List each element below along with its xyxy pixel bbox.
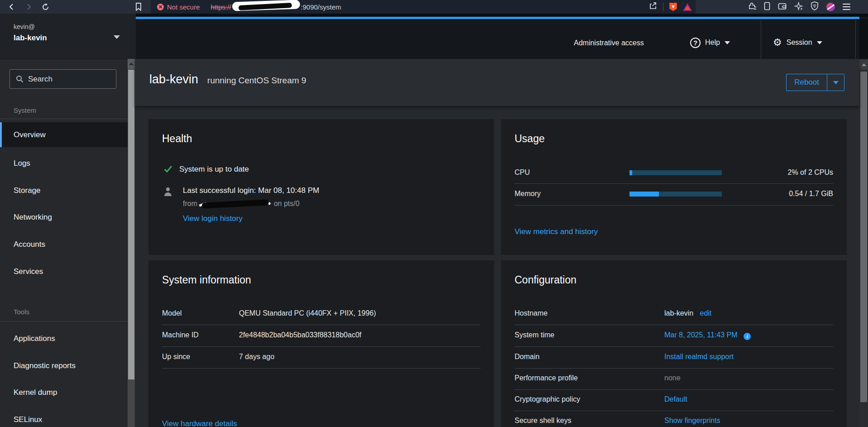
url-suffix: :9090/system	[301, 3, 341, 11]
sidebar-item-selinux[interactable]: SELinux	[0, 415, 128, 424]
reboot-button[interactable]: Reboot	[786, 74, 827, 91]
memory-usage-value: 0.54 / 1.7 GiB	[789, 190, 833, 198]
not-secure-badge[interactable]: ✕ Not secure	[157, 3, 200, 11]
up-to-date-text: System is up to date	[179, 165, 249, 174]
memory-usage-bar-fill	[630, 192, 659, 197]
gear-icon: ⚙	[773, 38, 782, 48]
cpu-label: CPU	[515, 168, 530, 177]
help-label: Help	[705, 38, 720, 47]
show-fingerprints-link[interactable]: Show fingerprints	[664, 417, 720, 424]
screen: ✕ Not secure https:// :9090/system	[0, 0, 868, 427]
host-switcher-user: kevin@	[14, 23, 35, 30]
health-card: Health System is up to date Last success…	[148, 119, 494, 255]
sidebar-section-tools: Tools	[14, 308, 29, 316]
model-value: QEMU Standard PC (i440FX + PIIX, 1996)	[239, 309, 376, 317]
host-switcher-caret-icon	[114, 35, 120, 39]
browser-forward-button[interactable]	[22, 0, 35, 14]
domain-label: Domain	[515, 353, 539, 361]
session-caret-icon	[817, 41, 822, 44]
address-bar[interactable]: ✕ Not secure https:// :9090/system	[151, 0, 696, 14]
extensions-icon[interactable]	[748, 2, 756, 12]
cpu-usage-bar-fill	[630, 170, 632, 175]
login-from-line: from on pts/0	[179, 200, 319, 208]
brave-shield-icon[interactable]	[669, 3, 677, 11]
sidebar-item-accounts[interactable]: Accounts	[0, 240, 128, 249]
model-label: Model	[162, 309, 182, 317]
browser-chrome: ✕ Not secure https:// :9090/system	[0, 0, 868, 14]
system-info-card-title: System information	[162, 274, 251, 286]
memory-label: Memory	[515, 190, 541, 198]
up-since-label: Up since	[162, 353, 190, 361]
sidebar-item-applications[interactable]: Applications	[0, 334, 128, 343]
share-icon[interactable]	[649, 2, 657, 12]
profile-avatar[interactable]	[826, 3, 835, 11]
addressbar-divider	[663, 3, 663, 11]
page-title-status: running CentOS Stream 9	[207, 76, 306, 86]
browser-back-button[interactable]	[5, 0, 18, 14]
sidebar-scrollbar-up-arrow[interactable]	[128, 59, 135, 69]
session-label: Session	[787, 38, 812, 47]
url-redaction-scribble	[232, 3, 300, 11]
reboot-dropdown-button[interactable]	[827, 74, 844, 91]
system-information-card: System information Model QEMU Standard P…	[148, 260, 494, 427]
cpu-usage-bar	[630, 170, 722, 175]
view-metrics-link[interactable]: View metrics and history	[515, 227, 598, 236]
usage-card-title: Usage	[515, 133, 544, 145]
system-time-info-icon[interactable]: i	[744, 333, 751, 340]
sidebar-item-logs[interactable]: Logs	[0, 159, 128, 168]
configuration-card-title: Configuration	[515, 274, 577, 286]
hostname-edit-link[interactable]: edit	[700, 309, 711, 317]
page-title-hostname: lab-kevin	[149, 72, 198, 86]
sidebar-scrollbar[interactable]	[128, 59, 135, 427]
host-switcher-host: lab-kevin	[14, 34, 47, 43]
sidebar-item-services[interactable]: Services	[0, 267, 128, 276]
reboot-split-button[interactable]: Reboot	[786, 74, 844, 91]
browser-refresh-button[interactable]	[39, 0, 52, 14]
url-text: https:// :9090/system	[211, 3, 341, 11]
crypto-policy-link[interactable]: Default	[664, 395, 687, 403]
search-icon	[16, 75, 24, 83]
system-time-link[interactable]: Mar 8, 2025, 11:43 PM	[664, 331, 738, 339]
help-menu-button[interactable]: ? Help	[690, 37, 730, 48]
memory-usage-bar	[630, 192, 722, 197]
user-icon	[163, 187, 172, 197]
configuration-card: Configuration Hostname lab-kevin edit Sy…	[501, 260, 847, 427]
browser-menu-icon[interactable]	[843, 4, 850, 10]
search-input[interactable]	[28, 75, 105, 84]
usage-card: Usage CPU 2% of 2 CPUs Memory 0.54 / 1.7…	[501, 119, 847, 255]
not-secure-label: Not secure	[167, 3, 200, 11]
page-scrollbar-up-arrow[interactable]	[859, 60, 868, 70]
page-header: lab-kevin running CentOS Stream 9 Reboot	[135, 59, 859, 106]
up-since-value: 7 days ago	[239, 353, 274, 361]
success-check-icon	[163, 164, 173, 174]
sidebar-item-diagnostic-reports[interactable]: Diagnostic reports	[0, 361, 128, 370]
page-scrollbar[interactable]	[859, 59, 868, 427]
vpn-shield-icon[interactable]	[811, 1, 819, 12]
hostname-value: lab-kevin edit	[664, 309, 711, 317]
page-scrollbar-thumb[interactable]	[860, 72, 867, 402]
administrative-access-button[interactable]: Administrative access	[574, 39, 644, 47]
machine-id-value: 2fe4848b2ba04b5ba033f88318b0ac0f	[239, 331, 362, 339]
leo-ai-sparkle-icon[interactable]	[794, 2, 803, 12]
session-menu-button[interactable]: ⚙ Session	[773, 37, 822, 48]
health-card-title: Health	[162, 133, 192, 145]
sidebar-panel-icon[interactable]	[764, 2, 770, 12]
sidebar-search[interactable]	[10, 69, 116, 89]
sidebar-scrollbar-thumb[interactable]	[128, 70, 134, 379]
sidebar-item-networking[interactable]: Networking	[0, 213, 128, 222]
performance-profile-value: none	[664, 374, 681, 382]
view-login-history-link[interactable]: View login history	[183, 214, 243, 223]
bookmark-icon[interactable]	[132, 0, 145, 14]
sidebar-item-kernel-dump[interactable]: Kernel dump	[0, 388, 128, 397]
wallet-icon[interactable]	[778, 2, 787, 12]
last-login-text: Last successful login: Mar 08, 10:48 PM	[179, 186, 319, 195]
masthead: Administrative access ? Help ⚙ Session	[136, 14, 868, 59]
sidebar: System Overview Logs Storage Networking …	[0, 59, 128, 427]
sidebar-item-overview[interactable]: Overview	[0, 122, 128, 147]
sidebar-item-storage[interactable]: Storage	[0, 186, 128, 195]
view-hardware-details-link[interactable]: View hardware details	[162, 419, 237, 427]
install-realmd-link[interactable]: Install realmd support	[664, 353, 734, 360]
host-switcher[interactable]: kevin@ lab-kevin	[0, 14, 136, 59]
brave-rewards-icon[interactable]	[683, 3, 692, 11]
masthead-accent-bar	[136, 17, 859, 19]
